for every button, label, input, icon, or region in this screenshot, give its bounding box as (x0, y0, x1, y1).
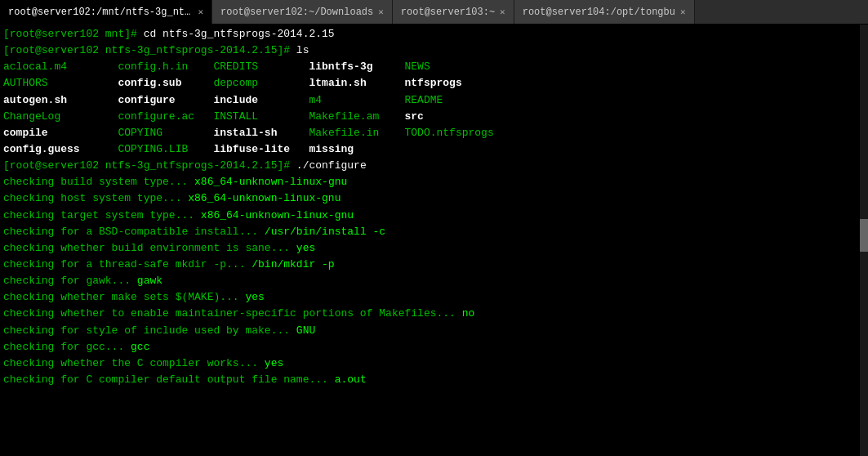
terminal-line: ChangeLog configure.ac INSTALL Makefile.… (3, 109, 865, 125)
scrollbar-thumb[interactable] (860, 219, 868, 252)
terminal-line: AUTHORS config.sub depcomp ltmain.sh ntf… (3, 75, 865, 92)
tab-1[interactable]: root@server102:/mnt/ntfs-3g_ntf...✕ (0, 0, 212, 24)
tab-label-2: root@server102:~/Downloads (220, 7, 373, 18)
terminal-line: checking whether make sets $(MAKE)... ye… (3, 289, 865, 306)
terminal-line: checking for gawk... gawk (3, 273, 865, 289)
terminal-line: autogen.sh configure include m4 README (3, 92, 865, 109)
scrollbar[interactable] (860, 25, 868, 456)
terminal-line: checking for a BSD-compatible install...… (3, 224, 865, 240)
terminal-line: checking for a thread-safe mkdir -p... /… (3, 257, 865, 273)
tab-4[interactable]: root@server104:/opt/tongbu✕ (514, 0, 695, 24)
terminal-line: checking build system type... x86_64-unk… (3, 174, 865, 190)
tab-label-3: root@server103:~ (401, 7, 495, 18)
terminal-line: compile COPYING install-sh Makefile.in T… (3, 125, 865, 141)
terminal-line: checking for style of include used by ma… (3, 323, 865, 339)
terminal-line: checking target system type... x86_64-un… (3, 208, 865, 224)
terminal-content: [root@server102 mnt]# cd ntfs-3g_ntfspro… (3, 26, 865, 388)
tab-3[interactable]: root@server103:~✕ (393, 0, 514, 24)
terminal-area: [root@server102 mnt]# cd ntfs-3g_ntfspro… (0, 25, 868, 456)
tab-close-1[interactable]: ✕ (198, 7, 203, 17)
terminal-line: [root@server102 mnt]# cd ntfs-3g_ntfspro… (3, 26, 865, 42)
terminal-line: checking whether to enable maintainer-sp… (3, 306, 865, 322)
terminal-line: checking whether the C compiler works...… (3, 355, 865, 372)
terminal-line: config.guess COPYING.LIB libfuse-lite mi… (3, 141, 865, 158)
terminal-line: checking host system type... x86_64-unkn… (3, 190, 865, 207)
tab-2[interactable]: root@server102:~/Downloads✕ (212, 0, 393, 24)
terminal-line: [root@server102 ntfs-3g_ntfsprogs-2014.2… (3, 158, 865, 174)
tab-close-2[interactable]: ✕ (378, 7, 384, 17)
terminal-line: aclocal.m4 config.h.in CREDITS libntfs-3… (3, 59, 865, 75)
terminal-line: [root@server102 ntfs-3g_ntfsprogs-2014.2… (3, 42, 865, 59)
tab-close-3[interactable]: ✕ (500, 7, 505, 17)
terminal-line: checking for gcc... gcc (3, 339, 865, 355)
tab-close-4[interactable]: ✕ (680, 7, 686, 17)
terminal-line: checking for C compiler default output f… (3, 372, 865, 388)
tab-label-4: root@server104:/opt/tongbu (523, 7, 675, 18)
tab-bar: root@server102:/mnt/ntfs-3g_ntf...✕root@… (0, 0, 868, 25)
terminal-line: checking whether build environment is sa… (3, 240, 865, 257)
tab-label-1: root@server102:/mnt/ntfs-3g_ntf... (8, 7, 193, 18)
